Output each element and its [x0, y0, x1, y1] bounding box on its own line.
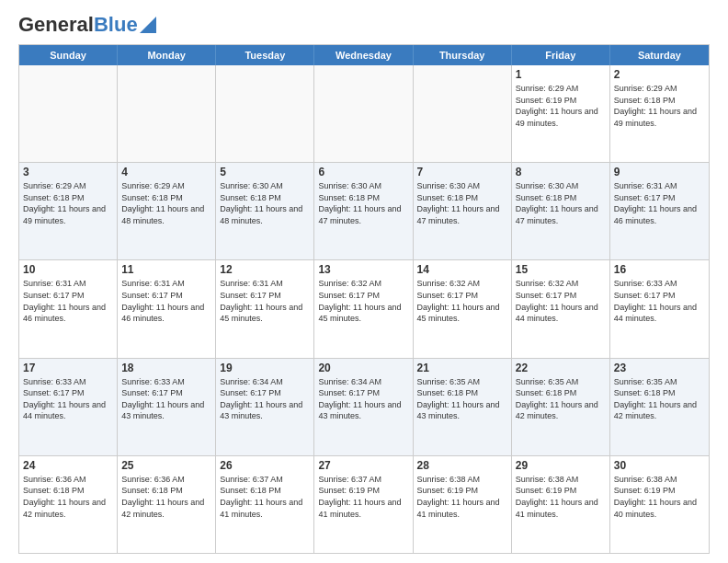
day-number: 21 — [417, 362, 507, 374]
cal-cell — [314, 65, 413, 162]
day-number: 15 — [516, 263, 606, 276]
cal-cell — [118, 65, 216, 162]
cal-cell: 27Sunrise: 6:37 AMSunset: 6:19 PMDayligh… — [314, 456, 413, 553]
cal-cell: 7Sunrise: 6:30 AMSunset: 6:18 PMDaylight… — [414, 163, 512, 259]
cal-cell: 20Sunrise: 6:34 AMSunset: 6:17 PMDayligh… — [314, 359, 413, 455]
page: GeneralBlue SundayMondayTuesdayWednesday… — [0, 0, 728, 563]
cal-cell: 22Sunrise: 6:35 AMSunset: 6:18 PMDayligh… — [512, 359, 610, 455]
day-info: Sunrise: 6:31 AMSunset: 6:17 PMDaylight:… — [121, 278, 211, 324]
day-info: Sunrise: 6:34 AMSunset: 6:17 PMDaylight:… — [220, 376, 310, 422]
day-number: 9 — [614, 166, 705, 178]
cal-cell: 8Sunrise: 6:30 AMSunset: 6:18 PMDaylight… — [512, 163, 610, 259]
day-number: 30 — [614, 459, 705, 472]
cal-cell: 11Sunrise: 6:31 AMSunset: 6:17 PMDayligh… — [118, 260, 216, 357]
day-number: 26 — [220, 459, 310, 472]
cal-cell: 16Sunrise: 6:33 AMSunset: 6:17 PMDayligh… — [610, 260, 709, 357]
day-info: Sunrise: 6:37 AMSunset: 6:18 PMDaylight:… — [220, 474, 310, 520]
day-number: 2 — [614, 68, 705, 81]
cal-header-saturday: Saturday — [610, 45, 709, 65]
day-number: 19 — [220, 362, 310, 374]
cal-cell: 25Sunrise: 6:36 AMSunset: 6:18 PMDayligh… — [118, 456, 216, 553]
cal-cell: 4Sunrise: 6:29 AMSunset: 6:18 PMDaylight… — [118, 163, 216, 259]
day-info: Sunrise: 6:31 AMSunset: 6:17 PMDaylight:… — [220, 278, 310, 324]
cal-cell: 12Sunrise: 6:31 AMSunset: 6:17 PMDayligh… — [216, 260, 314, 357]
cal-week-2: 3Sunrise: 6:29 AMSunset: 6:18 PMDaylight… — [19, 163, 709, 260]
day-number: 22 — [516, 362, 606, 374]
day-info: Sunrise: 6:37 AMSunset: 6:19 PMDaylight:… — [318, 474, 408, 520]
day-info: Sunrise: 6:33 AMSunset: 6:17 PMDaylight:… — [614, 278, 705, 324]
cal-header-thursday: Thursday — [414, 45, 512, 65]
cal-week-5: 24Sunrise: 6:36 AMSunset: 6:18 PMDayligh… — [19, 456, 709, 553]
day-info: Sunrise: 6:29 AMSunset: 6:18 PMDaylight:… — [614, 83, 705, 129]
cal-week-4: 17Sunrise: 6:33 AMSunset: 6:17 PMDayligh… — [19, 359, 709, 456]
cal-cell: 3Sunrise: 6:29 AMSunset: 6:18 PMDaylight… — [19, 163, 118, 259]
cal-cell: 13Sunrise: 6:32 AMSunset: 6:17 PMDayligh… — [314, 260, 413, 357]
day-number: 3 — [23, 166, 113, 178]
day-info: Sunrise: 6:38 AMSunset: 6:19 PMDaylight:… — [614, 474, 705, 520]
cal-cell: 15Sunrise: 6:32 AMSunset: 6:17 PMDayligh… — [512, 260, 610, 357]
cal-cell: 26Sunrise: 6:37 AMSunset: 6:18 PMDayligh… — [216, 456, 314, 553]
day-info: Sunrise: 6:36 AMSunset: 6:18 PMDaylight:… — [121, 474, 211, 520]
calendar-header: SundayMondayTuesdayWednesdayThursdayFrid… — [19, 45, 709, 65]
day-info: Sunrise: 6:35 AMSunset: 6:18 PMDaylight:… — [417, 376, 507, 422]
day-number: 29 — [516, 459, 606, 472]
day-number: 17 — [23, 362, 113, 374]
day-number: 1 — [516, 68, 606, 81]
day-info: Sunrise: 6:29 AMSunset: 6:19 PMDaylight:… — [516, 83, 606, 129]
day-number: 5 — [220, 166, 310, 178]
logo: GeneralBlue — [18, 15, 156, 35]
day-info: Sunrise: 6:29 AMSunset: 6:18 PMDaylight:… — [23, 180, 113, 226]
day-info: Sunrise: 6:31 AMSunset: 6:17 PMDaylight:… — [614, 180, 705, 226]
day-info: Sunrise: 6:32 AMSunset: 6:17 PMDaylight:… — [318, 278, 408, 324]
cal-header-monday: Monday — [118, 45, 216, 65]
day-info: Sunrise: 6:32 AMSunset: 6:17 PMDaylight:… — [516, 278, 606, 324]
logo-icon — [140, 17, 156, 33]
day-number: 16 — [614, 263, 705, 276]
calendar-body: 1Sunrise: 6:29 AMSunset: 6:19 PMDaylight… — [19, 65, 709, 553]
day-info: Sunrise: 6:33 AMSunset: 6:17 PMDaylight:… — [23, 376, 113, 422]
day-info: Sunrise: 6:33 AMSunset: 6:17 PMDaylight:… — [121, 376, 211, 422]
day-info: Sunrise: 6:29 AMSunset: 6:18 PMDaylight:… — [121, 180, 211, 226]
cal-cell: 9Sunrise: 6:31 AMSunset: 6:17 PMDaylight… — [610, 163, 709, 259]
day-number: 18 — [121, 362, 211, 374]
day-number: 25 — [121, 459, 211, 472]
cal-cell: 28Sunrise: 6:38 AMSunset: 6:19 PMDayligh… — [414, 456, 512, 553]
cal-header-friday: Friday — [512, 45, 610, 65]
day-number: 7 — [417, 166, 507, 178]
day-info: Sunrise: 6:32 AMSunset: 6:17 PMDaylight:… — [417, 278, 507, 324]
cal-cell: 5Sunrise: 6:30 AMSunset: 6:18 PMDaylight… — [216, 163, 314, 259]
cal-cell: 10Sunrise: 6:31 AMSunset: 6:17 PMDayligh… — [19, 260, 118, 357]
day-info: Sunrise: 6:35 AMSunset: 6:18 PMDaylight:… — [614, 376, 705, 422]
logo-text: GeneralBlue — [18, 15, 138, 35]
svg-marker-0 — [140, 17, 156, 33]
cal-cell: 18Sunrise: 6:33 AMSunset: 6:17 PMDayligh… — [118, 359, 216, 455]
day-info: Sunrise: 6:30 AMSunset: 6:18 PMDaylight:… — [516, 180, 606, 226]
day-number: 14 — [417, 263, 507, 276]
cal-cell: 29Sunrise: 6:38 AMSunset: 6:19 PMDayligh… — [512, 456, 610, 553]
day-number: 27 — [318, 459, 408, 472]
cal-cell: 17Sunrise: 6:33 AMSunset: 6:17 PMDayligh… — [19, 359, 118, 455]
logo-blue: Blue — [94, 13, 138, 36]
calendar: SundayMondayTuesdayWednesdayThursdayFrid… — [18, 44, 710, 554]
cal-cell — [414, 65, 512, 162]
cal-cell: 6Sunrise: 6:30 AMSunset: 6:18 PMDaylight… — [314, 163, 413, 259]
cal-cell — [19, 65, 118, 162]
cal-week-1: 1Sunrise: 6:29 AMSunset: 6:19 PMDaylight… — [19, 65, 709, 163]
cal-cell: 14Sunrise: 6:32 AMSunset: 6:17 PMDayligh… — [414, 260, 512, 357]
day-info: Sunrise: 6:36 AMSunset: 6:18 PMDaylight:… — [23, 474, 113, 520]
day-number: 11 — [121, 263, 211, 276]
day-number: 8 — [516, 166, 606, 178]
day-info: Sunrise: 6:34 AMSunset: 6:17 PMDaylight:… — [318, 376, 408, 422]
day-number: 12 — [220, 263, 310, 276]
cal-header-sunday: Sunday — [19, 45, 118, 65]
day-number: 6 — [318, 166, 408, 178]
cal-week-3: 10Sunrise: 6:31 AMSunset: 6:17 PMDayligh… — [19, 260, 709, 358]
cal-header-wednesday: Wednesday — [314, 45, 413, 65]
day-number: 13 — [318, 263, 408, 276]
day-info: Sunrise: 6:38 AMSunset: 6:19 PMDaylight:… — [516, 474, 606, 520]
cal-cell: 19Sunrise: 6:34 AMSunset: 6:17 PMDayligh… — [216, 359, 314, 455]
day-number: 10 — [23, 263, 113, 276]
cal-cell: 1Sunrise: 6:29 AMSunset: 6:19 PMDaylight… — [512, 65, 610, 162]
cal-header-tuesday: Tuesday — [216, 45, 314, 65]
day-number: 4 — [121, 166, 211, 178]
